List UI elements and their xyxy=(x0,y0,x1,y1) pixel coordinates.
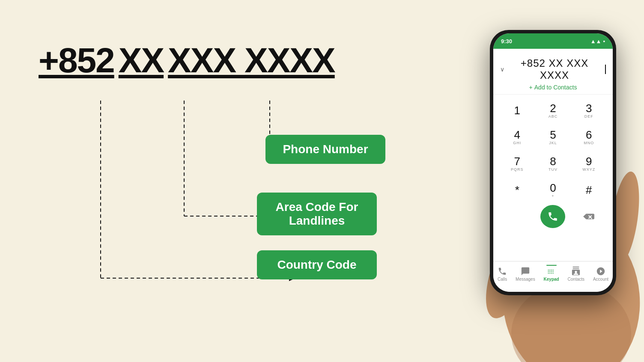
keypad-row-5 xyxy=(499,205,607,228)
key-empty xyxy=(502,205,533,228)
diagram-area: +852 XX XXX XXXX Phone Number Area Code … xyxy=(26,26,432,336)
key-9[interactable]: 9 WXYZ xyxy=(573,152,604,175)
status-time: 9:30 xyxy=(501,38,512,45)
nav-messages-label: Messages xyxy=(516,277,535,282)
keypad-row-1: 1 2 ABC 3 DEF xyxy=(499,99,607,122)
dialer-number: ∨ +852 XX XXX XXXX xyxy=(500,57,606,81)
chevron-icon: ∨ xyxy=(500,66,505,73)
nav-keypad[interactable]: Keypad xyxy=(544,265,559,282)
nav-contacts-label: Contacts xyxy=(568,277,584,282)
key-5[interactable]: 5 JKL xyxy=(537,125,568,148)
nav-calls-label: Calls xyxy=(498,277,507,282)
key-7[interactable]: 7 PQRS xyxy=(502,152,533,175)
area-code-text: XX xyxy=(119,43,164,78)
country-code-label: Country Code xyxy=(257,250,377,279)
phone-number-text: XXX XXXX xyxy=(168,43,335,78)
plus-icon: + xyxy=(529,84,533,91)
keypad-row-2: 4 GHI 5 JKL 6 MNO xyxy=(499,125,607,148)
key-delete[interactable] xyxy=(573,205,604,228)
bottom-nav: Calls Messages Keypad Contacts xyxy=(493,261,613,292)
country-code-text: +852 xyxy=(39,43,114,78)
add-to-contacts-label: Add to Contacts xyxy=(534,84,577,91)
key-star[interactable]: * xyxy=(502,178,533,202)
nav-account-label: Account xyxy=(593,277,608,282)
key-2[interactable]: 2 ABC xyxy=(537,99,568,122)
key-1[interactable]: 1 xyxy=(502,99,533,122)
status-icons: ▲▲ ▪ xyxy=(590,38,605,45)
phone-string: +852 XX XXX XXXX xyxy=(39,43,335,78)
nav-contacts[interactable]: Contacts xyxy=(568,265,584,282)
signal-icon: ▲▲ xyxy=(590,38,602,45)
phone-frame: 9:30 ▲▲ ▪ ∨ +852 XX XXX XXXX + Add to Co… xyxy=(490,30,616,295)
status-bar: 9:30 ▲▲ ▪ xyxy=(493,33,613,49)
dialer-number-text: +852 XX XXX XXXX xyxy=(507,57,602,81)
key-0[interactable]: 0 + xyxy=(537,178,568,202)
keypad-row-3: 7 PQRS 8 TUV 9 WXYZ xyxy=(499,152,607,175)
dialer-display: ∨ +852 XX XXX XXXX + Add to Contacts xyxy=(493,49,613,95)
key-hash[interactable]: # xyxy=(573,178,604,202)
nav-account[interactable]: Account xyxy=(593,265,608,282)
key-call[interactable] xyxy=(537,205,568,228)
add-to-contacts[interactable]: + Add to Contacts xyxy=(500,84,606,91)
text-cursor xyxy=(605,65,606,74)
battery-icon: ▪ xyxy=(603,38,605,45)
phone-mockup: 9:30 ▲▲ ▪ ∨ +852 XX XXX XXXX + Add to Co… xyxy=(477,17,644,351)
nav-calls[interactable]: Calls xyxy=(498,265,507,282)
key-6[interactable]: 6 MNO xyxy=(573,125,604,148)
phone-screen: 9:30 ▲▲ ▪ ∨ +852 XX XXX XXXX + Add to Co… xyxy=(493,33,613,292)
key-8[interactable]: 8 TUV xyxy=(537,152,568,175)
keypad: 1 2 ABC 3 DEF 4 GHI xyxy=(493,95,613,236)
key-4[interactable]: 4 GHI xyxy=(502,125,533,148)
key-3[interactable]: 3 DEF xyxy=(573,99,604,122)
keypad-row-4: * 0 + # xyxy=(499,178,607,202)
phone-number-label: Phone Number xyxy=(265,135,385,164)
nav-messages[interactable]: Messages xyxy=(516,265,535,282)
nav-keypad-label: Keypad xyxy=(544,277,559,282)
call-button[interactable] xyxy=(540,205,565,228)
area-code-label: Area Code ForLandlines xyxy=(257,193,377,235)
delete-button[interactable] xyxy=(576,205,601,228)
